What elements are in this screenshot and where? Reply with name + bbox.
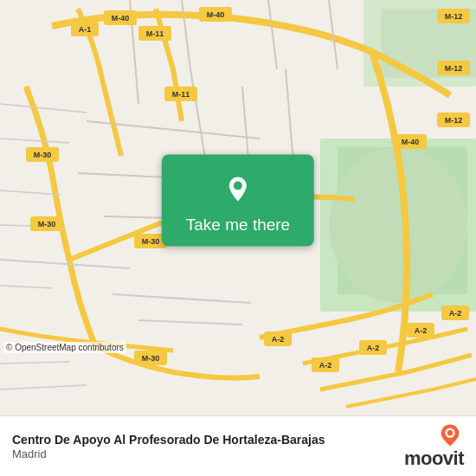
svg-text:M-30: M-30	[34, 151, 52, 159]
svg-point-65	[447, 430, 453, 435]
svg-text:M-30: M-30	[38, 220, 56, 228]
bottom-info-bar: Centro De Apoyo Al Profesorado De Hortal…	[0, 415, 476, 476]
svg-text:A-2: A-2	[449, 309, 462, 318]
svg-text:M-11: M-11	[146, 29, 164, 38]
moovit-brand-icon	[436, 423, 464, 447]
location-city: Madrid	[12, 447, 396, 460]
svg-text:A-2: A-2	[367, 344, 380, 352]
map-attribution: © OpenStreetMap contributors	[3, 342, 126, 353]
location-pin-icon	[219, 170, 257, 209]
location-name: Centro De Apoyo Al Profesorado De Hortal…	[12, 432, 396, 447]
svg-text:M-40: M-40	[402, 138, 420, 146]
moovit-text: moovit	[404, 447, 464, 470]
svg-point-63	[234, 182, 242, 190]
svg-text:A-2: A-2	[272, 335, 285, 344]
moovit-logo: moovit	[404, 423, 464, 470]
location-info: Centro De Apoyo Al Profesorado De Hortal…	[12, 432, 404, 460]
svg-text:M-12: M-12	[445, 64, 463, 73]
svg-text:M-30: M-30	[142, 354, 160, 363]
take-me-there-button[interactable]: Take me there	[162, 155, 314, 247]
svg-text:M-40: M-40	[207, 10, 225, 19]
map-container: M-40 M-40 M-11 M-11 M-30 M-30 M-30 M-30 …	[0, 0, 476, 415]
svg-text:A-1: A-1	[79, 25, 92, 34]
svg-text:M-12: M-12	[445, 12, 463, 21]
svg-text:M-11: M-11	[172, 90, 190, 99]
take-me-there-label: Take me there	[186, 215, 290, 235]
svg-text:A-2: A-2	[319, 361, 332, 370]
svg-text:M-12: M-12	[445, 116, 463, 125]
svg-text:M-30: M-30	[142, 237, 160, 246]
svg-text:M-40: M-40	[112, 14, 130, 23]
svg-text:A-2: A-2	[415, 326, 428, 335]
